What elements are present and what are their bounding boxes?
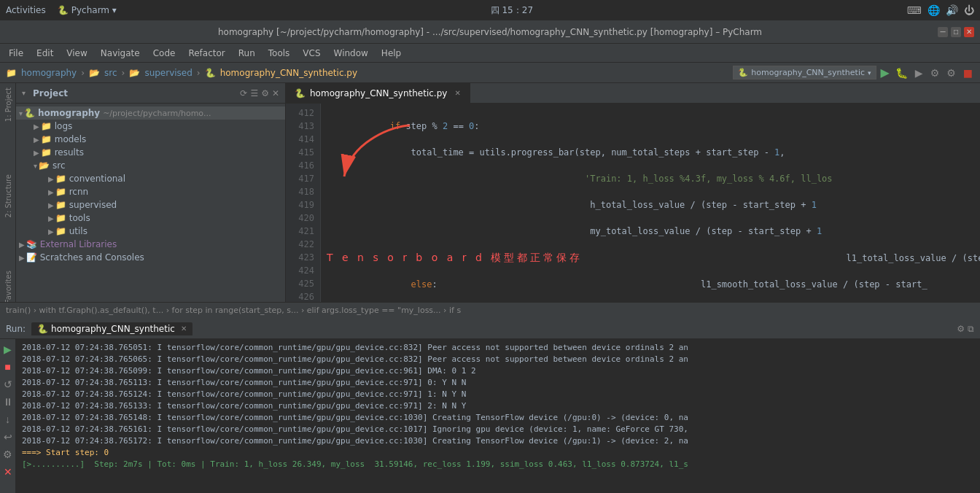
run-stop-button[interactable]: ■ <box>1 360 15 374</box>
menu-help[interactable]: Help <box>376 47 407 60</box>
run-external-icon[interactable]: ⧉ <box>968 324 974 334</box>
log-line-5: 2018-07-12 07:24:38.765124: I tensorflow… <box>22 389 974 400</box>
menu-window[interactable]: Window <box>328 47 374 60</box>
title-bar: homography [~/project/pycharm/homography… <box>0 20 980 44</box>
log-line-10: ===> Start step: 0 <box>22 447 974 459</box>
tree-item-models[interactable]: ▶ 📁 models <box>16 133 285 146</box>
code-line-413: total_time = utils.progress_bar(step, nu… <box>327 146 974 159</box>
code-line-412: if step % 2 == 0: <box>327 120 974 133</box>
activities-label[interactable]: Activities <box>6 5 46 15</box>
tree-item-src[interactable]: ▾ 📂 src <box>16 159 285 172</box>
run-filter-button[interactable]: ⚙ <box>1 447 15 462</box>
path-file[interactable]: homography_CNN_synthetic.py <box>220 68 357 78</box>
favorites-tab[interactable]: 2: Favorites <box>0 266 15 302</box>
run-scroll-button[interactable]: ↓ <box>1 412 15 427</box>
scratches-label: Scratches and Consoles <box>40 252 144 263</box>
tree-item-tools[interactable]: ▶ 📁 tools <box>16 211 285 225</box>
stop-button[interactable]: ■ <box>963 67 973 79</box>
tree-item-root[interactable]: ▾ 🐍 homography ~/project/pycharm/homo... <box>16 106 285 120</box>
menu-vcs[interactable]: VCS <box>297 47 326 60</box>
code-line-414: 'Train: 1, h_loss %4.3f, my_loss % 4.6f,… <box>327 172 974 185</box>
pycharm-menu[interactable]: 🐍 Pycharm ▾ <box>58 5 117 15</box>
project-expand-arrow[interactable]: ▾ <box>22 89 26 97</box>
code-line-416: my_total_loss_value / (step - start_step… <box>327 225 974 238</box>
project-tab[interactable]: 1: Project <box>0 83 15 126</box>
run-tab-close-icon[interactable]: ✕ <box>181 325 187 333</box>
volume-icon[interactable]: 🔊 <box>946 4 958 16</box>
tree-item-utils[interactable]: ▶ 📁 utils <box>16 225 285 238</box>
log-line-7: 2018-07-12 07:24:38.765148: I tensorflow… <box>22 412 974 424</box>
run-tab-bar: Run: 🐍 homography_CNN_synthetic ✕ ⚙ ⧉ <box>0 319 980 339</box>
run-start-button[interactable]: ▶ <box>1 342 15 357</box>
run-tab-main[interactable]: 🐍 homography_CNN_synthetic ✕ <box>31 322 192 335</box>
editor-tab-bar: 🐍 homography_CNN_synthetic.py ✕ <box>286 83 980 104</box>
run-config-area: 🐍 homography_CNN_synthetic ▾ ▶ 🐛 ▶ ⚙ ⚙ ■ <box>733 66 974 79</box>
code-line-418: else: l1_smooth_total_loss_value / (step… <box>327 278 974 291</box>
window-title: homography [~/project/pycharm/homography… <box>218 27 762 37</box>
profile-button[interactable]: ⚙ <box>930 67 940 79</box>
path-homography[interactable]: homography <box>21 68 77 78</box>
path-bar: 📁 homography › 📂 src › 📂 supervised › 🐍 … <box>0 63 980 83</box>
log-line-11: [>..........] Step: 2m7s | Tot: 0ms | Tr… <box>22 459 974 470</box>
top-area: 1: Project 2: Structure 2: Favorites ▾ P… <box>0 83 980 302</box>
run-label: Run: <box>6 324 26 334</box>
project-header: ▾ Project ⟳ ☰ ⚙ ✕ <box>16 83 285 104</box>
gear-icon[interactable]: ⚙ <box>261 88 269 98</box>
menu-bar: File Edit View Navigate Code Refactor Ru… <box>0 44 980 63</box>
breadcrumb-text: train() › with tf.Graph().as_default(), … <box>6 306 461 315</box>
menu-code[interactable]: Code <box>147 47 182 60</box>
tree-item-ext-lib[interactable]: ▶ 📚 External Libraries <box>16 238 285 251</box>
structure-tab[interactable]: 2: Structure <box>0 170 15 222</box>
run-side-panel: ▶ ■ ↺ ⏸ ↓ ↩ ⚙ ✕ <box>0 339 16 493</box>
window-controls: ─ □ ✕ <box>938 27 974 37</box>
tree-item-scratches[interactable]: ▶ 📝 Scratches and Consoles <box>16 251 285 264</box>
code-area[interactable]: 412 413 414 415 416 417 418 419 420 421 … <box>286 104 980 302</box>
menu-file[interactable]: File <box>3 47 29 60</box>
log-line-9: 2018-07-12 07:24:38.765172: I tensorflow… <box>22 435 974 447</box>
menu-view[interactable]: View <box>61 47 93 60</box>
project-actions: ⟳ ☰ ⚙ ✕ <box>240 88 279 98</box>
run-log-content: 2018-07-12 07:24:38.765051: I tensorflow… <box>16 339 980 493</box>
maximize-button[interactable]: □ <box>951 27 961 37</box>
sync-icon[interactable]: ⟳ <box>240 88 247 98</box>
menu-tools[interactable]: Tools <box>262 47 296 60</box>
log-line-4: 2018-07-12 07:24:38.765113: I tensorflow… <box>22 377 974 389</box>
tree-item-results[interactable]: ▶ 📁 results <box>16 146 285 159</box>
system-bar: Activities 🐍 Pycharm ▾ 四 15：27 ⌨ 🌐 🔊 ⏻ <box>0 0 980 20</box>
line-numbers: 412 413 414 415 416 417 418 419 420 421 … <box>286 104 321 302</box>
run-pause-button[interactable]: ⏸ <box>1 395 15 409</box>
power-icon[interactable]: ⏻ <box>964 4 974 16</box>
tab-close-icon[interactable]: ✕ <box>454 89 460 97</box>
network-icon[interactable]: 🌐 <box>928 4 940 16</box>
minimize-button[interactable]: ─ <box>938 27 948 37</box>
debug-button[interactable]: 🐛 <box>895 67 908 79</box>
path-src[interactable]: src <box>104 68 117 78</box>
close-panel-icon[interactable]: ✕ <box>272 88 279 98</box>
coverage-button[interactable]: ▶ <box>915 67 923 79</box>
tree-item-supervised[interactable]: ▶ 📁 supervised <box>16 198 285 211</box>
run-rerun-button[interactable]: ↺ <box>1 377 15 392</box>
run-button[interactable]: ▶ <box>881 66 890 79</box>
tree-item-rcnn[interactable]: ▶ 📁 rcnn <box>16 185 285 198</box>
code-content[interactable]: if step % 2 == 0: total_time = utils.pro… <box>321 104 980 302</box>
menu-edit[interactable]: Edit <box>31 47 59 60</box>
run-config-dropdown[interactable]: 🐍 homography_CNN_synthetic ▾ <box>733 66 876 79</box>
project-panel: ▾ Project ⟳ ☰ ⚙ ✕ ▾ 🐍 homography ~/proje… <box>16 83 286 302</box>
path-supervised[interactable]: supervised <box>144 68 192 78</box>
collapse-icon[interactable]: ☰ <box>250 88 258 98</box>
tree-item-logs[interactable]: ▶ 📁 logs <box>16 120 285 133</box>
menu-run[interactable]: Run <box>233 47 261 60</box>
run-wrap-button[interactable]: ↩ <box>1 430 15 444</box>
close-button[interactable]: ✕ <box>964 27 974 37</box>
run-clear-button[interactable]: ✕ <box>1 465 15 479</box>
code-line-417-annotation: T e n s o r b o a r d 模型都正常保存 l1_total_l… <box>327 251 974 265</box>
far-left-tabs: 1: Project 2: Structure 2: Favorites <box>0 83 16 302</box>
menu-refactor[interactable]: Refactor <box>182 47 230 60</box>
menu-navigate[interactable]: Navigate <box>95 47 146 60</box>
editor-tab-main[interactable]: 🐍 homography_CNN_synthetic.py ✕ <box>286 83 470 104</box>
settings-button[interactable]: ⚙ <box>946 67 956 79</box>
tree-item-conventional[interactable]: ▶ 📁 conventional <box>16 172 285 185</box>
editor-area: 🐍 homography_CNN_synthetic.py ✕ 412 413 … <box>286 83 980 302</box>
kbd-icon[interactable]: ⌨ <box>907 4 922 16</box>
run-settings-icon[interactable]: ⚙ <box>957 324 965 334</box>
